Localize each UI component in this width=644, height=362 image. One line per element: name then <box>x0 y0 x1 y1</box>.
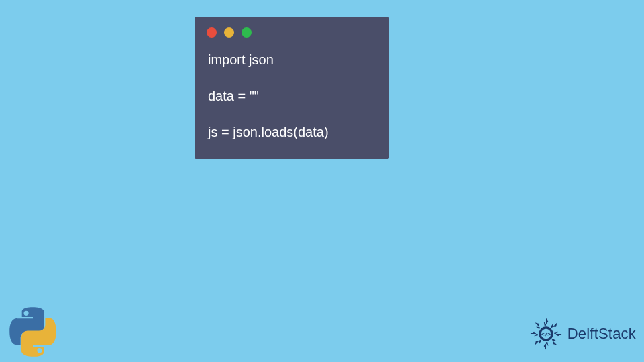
svg-text:</>: </> <box>541 331 551 337</box>
code-line-blank <box>208 69 376 87</box>
gear-icon: </> <box>527 315 565 353</box>
brand-name: DelftStack <box>568 325 636 343</box>
code-line: js = json.loads(data) <box>208 123 376 141</box>
code-line-blank <box>208 105 376 123</box>
code-body: import json data = "" js = json.loads(da… <box>195 42 389 144</box>
close-icon <box>207 27 217 38</box>
minimize-icon <box>224 27 234 38</box>
code-window: import json data = "" js = json.loads(da… <box>195 17 389 159</box>
python-logo-icon <box>7 306 59 358</box>
brand-badge: </> DelftStack <box>527 315 636 353</box>
code-line: import json <box>208 51 376 69</box>
maximize-icon <box>241 27 252 38</box>
window-titlebar <box>195 17 389 42</box>
code-line: data = "" <box>208 87 376 105</box>
